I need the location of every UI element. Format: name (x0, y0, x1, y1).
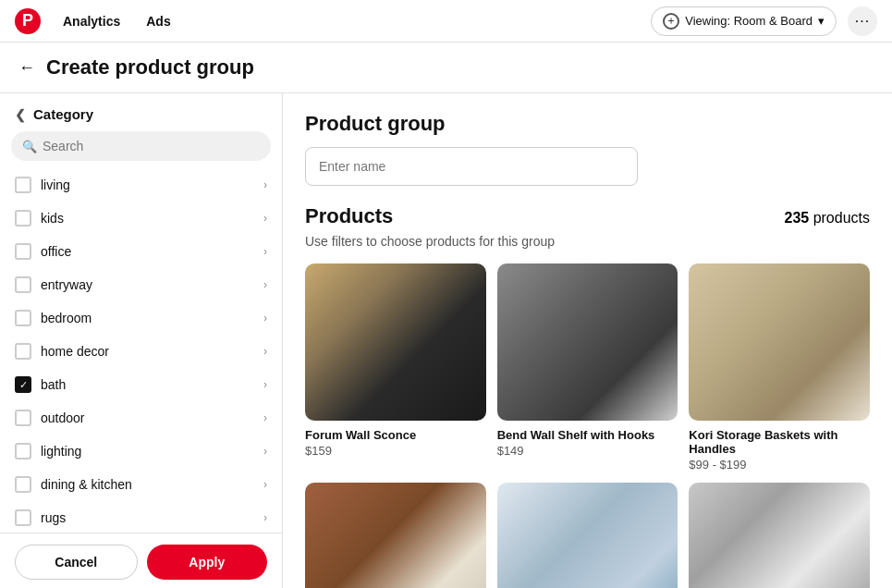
category-rugs[interactable]: rugs › (0, 501, 282, 533)
product-price-sconce: $159 (305, 444, 486, 458)
chevron-right-icon: › (263, 411, 267, 424)
products-grid: Forum Wall Sconce $159 Bend Wall Shelf w… (305, 263, 870, 588)
nav-links: Analytics Ads (52, 8, 182, 34)
checkbox-entryway[interactable] (15, 276, 31, 293)
category-label-rugs: rugs (41, 510, 254, 525)
checkbox-office[interactable] (15, 243, 31, 260)
chevron-right-icon: › (263, 312, 267, 325)
search-input[interactable] (43, 139, 260, 153)
cancel-button[interactable]: Cancel (15, 545, 138, 580)
back-button[interactable]: ← (18, 58, 35, 78)
viewing-button[interactable]: ＋ Viewing: Room & Board ▾ (651, 6, 837, 36)
product-name-shelf: Bend Wall Shelf with Hooks (497, 428, 678, 442)
sidebar-header: ❮ Category (0, 93, 282, 131)
checkbox-bath[interactable] (15, 376, 31, 393)
category-living[interactable]: living › (0, 168, 282, 202)
chevron-right-icon: › (263, 212, 267, 225)
product-card-sconce[interactable]: Forum Wall Sconce $159 (305, 263, 486, 472)
product-card-shelf[interactable]: Bend Wall Shelf with Hooks $149 (497, 263, 678, 472)
category-dining-kitchen[interactable]: dining & kitchen › (0, 468, 282, 501)
products-header: Products 235 products (305, 204, 870, 228)
nav-ads[interactable]: Ads (135, 8, 181, 34)
product-card-faucet[interactable] (497, 483, 678, 588)
product-group-section: Product group (305, 112, 870, 186)
category-list: living › kids › office › entryway › bedr… (0, 168, 282, 533)
products-count-area: 235 products (784, 210, 870, 227)
pinterest-logo[interactable]: P (15, 8, 41, 34)
category-lighting[interactable]: lighting › (0, 435, 282, 468)
chevron-right-icon: › (263, 378, 267, 391)
chevron-right-icon: › (263, 178, 267, 191)
products-count: 235 (784, 210, 809, 226)
category-entryway[interactable]: entryway › (0, 268, 282, 301)
category-bath[interactable]: bath › (0, 368, 282, 401)
nav-analytics[interactable]: Analytics (52, 8, 131, 34)
main-layout: ❮ Category 🔍 living › kids › office › (0, 93, 892, 588)
product-card-drawer[interactable] (305, 483, 486, 588)
nav-right: ＋ Viewing: Room & Board ▾ ··· (651, 6, 877, 36)
chevron-right-icon: › (263, 511, 267, 524)
sidebar: ❮ Category 🔍 living › kids › office › (0, 93, 283, 588)
checkbox-kids[interactable] (15, 210, 31, 227)
content-area: Product group Products 235 products Use … (283, 93, 892, 588)
category-office[interactable]: office › (0, 235, 282, 268)
product-card-towels[interactable] (689, 483, 870, 588)
category-label-bedroom: bedroom (41, 311, 254, 325)
category-label-lighting: lighting (41, 444, 254, 459)
product-group-name-input[interactable] (305, 147, 638, 186)
checkbox-living[interactable] (15, 177, 31, 193)
chevron-right-icon: › (263, 445, 267, 458)
products-subtitle: Use filters to choose products for this … (305, 234, 870, 249)
product-card-baskets[interactable]: Kori Storage Baskets with Handles $99 - … (689, 263, 870, 472)
category-label-outdoor: outdoor (41, 410, 254, 425)
more-button[interactable]: ··· (848, 6, 877, 36)
product-price-baskets: $99 - $199 (689, 458, 870, 472)
checkbox-dining-kitchen[interactable] (15, 476, 31, 493)
category-label-living: living (41, 178, 254, 192)
product-image-shelf (497, 263, 678, 421)
chevron-right-icon: › (263, 245, 267, 258)
category-label-home-decor: home decor (41, 344, 254, 359)
category-bedroom[interactable]: bedroom › (0, 301, 282, 335)
product-group-title: Product group (305, 112, 870, 136)
sidebar-title: Category (33, 106, 93, 122)
checkbox-outdoor[interactable] (15, 410, 31, 426)
category-label-office: office (41, 244, 254, 259)
checkbox-home-decor[interactable] (15, 343, 31, 360)
chevron-right-icon: › (263, 345, 267, 358)
apply-button[interactable]: Apply (147, 545, 268, 580)
search-icon: 🔍 (22, 140, 37, 153)
category-outdoor[interactable]: outdoor › (0, 401, 282, 435)
viewing-label: Viewing: Room & Board (685, 14, 813, 28)
collapse-icon[interactable]: ❮ (15, 107, 26, 122)
category-label-entryway: entryway (41, 277, 254, 292)
product-name-sconce: Forum Wall Sconce (305, 428, 486, 442)
chevron-right-icon: › (263, 478, 267, 491)
search-box: 🔍 (11, 131, 271, 161)
category-kids[interactable]: kids › (0, 202, 282, 235)
checkbox-lighting[interactable] (15, 443, 31, 459)
sidebar-footer: Cancel Apply (0, 533, 282, 588)
category-home-decor[interactable]: home decor › (0, 335, 282, 368)
products-section: Products 235 products Use filters to cho… (305, 204, 870, 588)
product-price-shelf: $149 (497, 444, 678, 458)
product-image-baskets (689, 263, 870, 421)
products-count-suffix: products (809, 210, 870, 226)
product-image-drawer (305, 483, 486, 588)
products-title: Products (305, 204, 393, 228)
product-image-faucet (497, 483, 678, 588)
top-nav: P Analytics Ads ＋ Viewing: Room & Board … (0, 0, 892, 43)
category-label-bath: bath (41, 377, 254, 392)
category-label-dining-kitchen: dining & kitchen (41, 477, 254, 492)
product-image-sconce (305, 263, 486, 421)
category-label-kids: kids (41, 211, 254, 226)
viewing-icon: ＋ (663, 13, 679, 30)
checkbox-bedroom[interactable] (15, 310, 31, 326)
page-title: Create product group (46, 55, 254, 80)
product-name-baskets: Kori Storage Baskets with Handles (689, 428, 870, 456)
chevron-down-icon: ▾ (818, 14, 825, 28)
chevron-right-icon: › (263, 278, 267, 291)
product-image-towels (689, 483, 870, 588)
checkbox-rugs[interactable] (15, 509, 31, 526)
page-header: ← Create product group (0, 43, 892, 93)
